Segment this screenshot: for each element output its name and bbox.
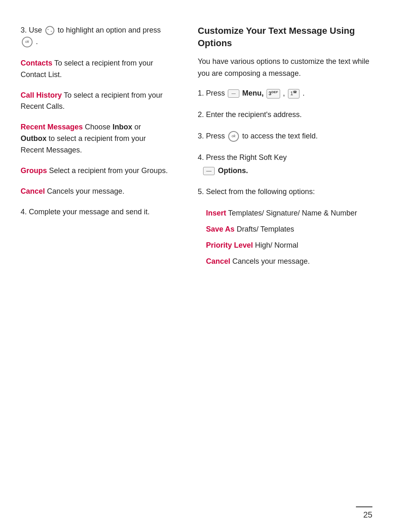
priority-level-label: Priority Level bbox=[206, 241, 253, 249]
cancel-label: Cancel bbox=[21, 187, 45, 195]
page-divider bbox=[356, 506, 372, 507]
groups-block: Groups Select a recipient from your Grou… bbox=[21, 165, 169, 177]
step4-right-prefix: 4. Press the Right Soft Key bbox=[198, 153, 287, 162]
right-step-5: 5. Select from the following options: bbox=[198, 186, 377, 198]
groups-label: Groups bbox=[21, 166, 47, 175]
call-history-block: Call History To select a recipient from … bbox=[21, 90, 169, 113]
recent-messages-block: Recent Messages Choose Inbox or Outbox t… bbox=[21, 122, 169, 156]
insert-text: Templates/ Signature/ Name & Number bbox=[226, 209, 357, 217]
right-column: Customize Your Text Message Using Option… bbox=[194, 25, 377, 507]
cancel-block: Cancel Cancels your message. bbox=[21, 186, 169, 197]
option-priority-level: Priority Level High/ Normal bbox=[206, 240, 377, 251]
page-container: 3. Use to highlight an option and press … bbox=[0, 0, 393, 532]
cancel-text: Cancels your message. bbox=[45, 187, 124, 195]
right-step-3: 3. Press to access the text field. bbox=[198, 131, 377, 142]
right-step-1: 1. Press Menu, 3DEF , 1☎ . bbox=[198, 88, 377, 99]
step3-right-suffix: to access the text field. bbox=[242, 132, 318, 140]
ok-icon bbox=[22, 37, 33, 47]
section-intro: You have various options to customize th… bbox=[198, 56, 377, 80]
menu-softkey-icon bbox=[228, 89, 239, 98]
call-history-label: Call History bbox=[21, 91, 62, 99]
step1-suffix: . bbox=[302, 89, 304, 97]
step4-options: Options. bbox=[218, 166, 248, 175]
priority-level-text: High/ Normal bbox=[253, 241, 298, 249]
options-list: Insert Templates/ Signature/ Name & Numb… bbox=[206, 208, 377, 267]
insert-label: Insert bbox=[206, 209, 226, 217]
recent-messages-label: Recent Messages bbox=[21, 123, 83, 131]
groups-text: Select a recipient from your Groups. bbox=[47, 166, 168, 175]
save-as-label: Save As bbox=[206, 225, 234, 233]
inbox-bold: Inbox bbox=[112, 123, 132, 131]
option-insert: Insert Templates/ Signature/ Name & Numb… bbox=[206, 208, 377, 219]
right-step-2: 2. Enter the recipient's address. bbox=[198, 109, 377, 121]
scroll-icon bbox=[45, 26, 54, 35]
step3-prefix: 3. Use bbox=[21, 26, 42, 34]
step3-middle: to highlight an option and press bbox=[58, 26, 161, 34]
step-3-left: 3. Use to highlight an option and press … bbox=[21, 25, 169, 48]
contacts-block: Contacts To select a recipient from your… bbox=[21, 58, 169, 81]
recent-messages-text: Choose bbox=[83, 123, 112, 131]
step-4-left: 4. Complete your message and send it. bbox=[21, 206, 169, 218]
step3-suffix: . bbox=[36, 37, 38, 46]
step1-menu: Menu, bbox=[242, 89, 264, 97]
outbox-bold: Outbox bbox=[21, 134, 47, 143]
option-save-as: Save As Drafts/ Templates bbox=[206, 224, 377, 235]
section-heading: Customize Your Text Message Using Option… bbox=[198, 25, 377, 49]
step1-prefix: 1. Press bbox=[198, 89, 225, 97]
right-step-4: 4. Press the Right Soft Key Options. bbox=[198, 152, 377, 177]
softkey-icon bbox=[203, 167, 215, 175]
step3-right-prefix: 3. Press bbox=[198, 132, 225, 140]
step2-text: 2. Enter the recipient's address. bbox=[198, 109, 377, 121]
option-cancel: Cancel Cancels your message. bbox=[206, 256, 377, 267]
cancel-right-text: Cancels your message. bbox=[230, 257, 310, 265]
1-icon: 1☎ bbox=[288, 89, 300, 98]
contacts-label: Contacts bbox=[21, 59, 52, 67]
left-column: 3. Use to highlight an option and press … bbox=[21, 25, 177, 507]
step4-text: 4. Complete your message and send it. bbox=[21, 206, 169, 218]
3def-icon: 3DEF bbox=[267, 89, 280, 98]
page-number: 25 bbox=[363, 510, 372, 520]
ok-icon-right bbox=[228, 131, 239, 142]
cancel-right-label: Cancel bbox=[206, 257, 230, 265]
save-as-text: Drafts/ Templates bbox=[234, 225, 294, 233]
step5-text: 5. Select from the following options: bbox=[198, 186, 377, 198]
or-text: or bbox=[132, 123, 141, 131]
